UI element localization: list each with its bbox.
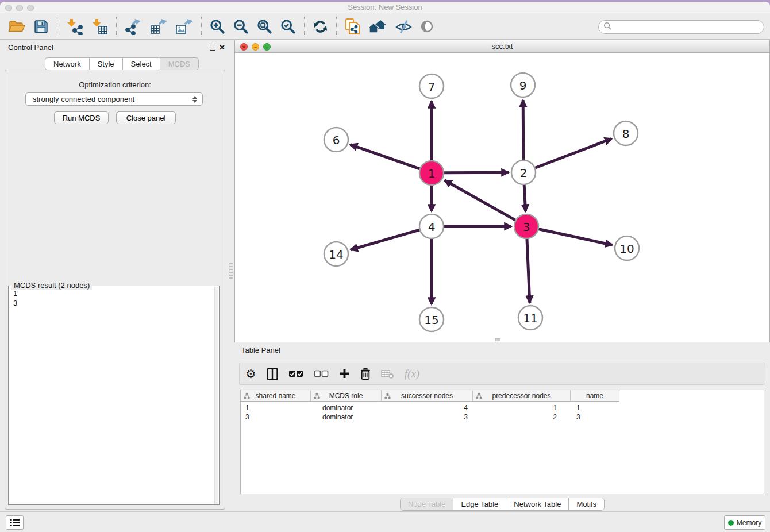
column-header-successor-nodes[interactable]: successor nodes — [382, 390, 473, 402]
table-row[interactable]: 3 dominator 3 2 3 — [241, 413, 619, 422]
graph-node-label-3: 3 — [523, 220, 530, 234]
graph-edge-3-10[interactable] — [538, 229, 613, 245]
graph-edge-2-9[interactable] — [523, 100, 523, 160]
run-mcds-button[interactable]: Run MCDS — [54, 111, 109, 124]
cell-mcds-role[interactable]: dominator — [311, 403, 382, 413]
graph-node-label-15: 15 — [424, 313, 438, 327]
control-panel: Control Panel ✕ Network Style Select MCD… — [0, 40, 230, 513]
import-network-icon[interactable] — [61, 15, 87, 38]
column-header-mcds-role[interactable]: MCDS role — [311, 390, 382, 402]
save-session-icon[interactable] — [29, 15, 53, 38]
criterion-value: strongly connected component — [33, 95, 134, 103]
graph-node-label-2: 2 — [520, 166, 528, 180]
network-canvas[interactable]: 1234678910111415 — [235, 53, 769, 342]
column-header-shared-name[interactable]: shared name — [241, 390, 311, 402]
toolbar-separator — [116, 17, 117, 36]
hierarchy-icon — [476, 392, 482, 401]
tab-node-table[interactable]: Node Table — [401, 498, 454, 510]
hierarchy-icon — [384, 392, 391, 401]
close-panel-button[interactable]: Close panel — [116, 111, 176, 124]
graph-node-label-11: 11 — [523, 311, 537, 325]
select-stepper-icon — [191, 95, 199, 104]
memory-label: Memory — [737, 519, 761, 527]
mcds-result-scrollbar[interactable] — [214, 287, 218, 504]
graph-edge-2-8[interactable] — [535, 138, 612, 168]
mcds-result-group: MCDS result (2 nodes) 1 3 — [8, 286, 220, 505]
apply-layout-icon[interactable] — [309, 15, 332, 38]
control-panel-close-icon[interactable]: ✕ — [219, 43, 225, 52]
render-detail-sphere-icon[interactable] — [416, 15, 438, 38]
graph-node-label-10: 10 — [619, 242, 634, 256]
show-columns-icon[interactable] — [267, 365, 278, 383]
delete-column-trash-icon[interactable] — [360, 365, 371, 383]
graph-edge-4-14[interactable] — [351, 230, 420, 250]
tab-network-table[interactable]: Network Table — [506, 498, 569, 510]
graph-edge-3-11[interactable] — [527, 238, 530, 303]
export-table-icon[interactable] — [146, 15, 171, 38]
graph-edge-1-2[interactable] — [444, 172, 509, 173]
list-icon — [10, 518, 20, 527]
hierarchy-icon — [314, 392, 320, 401]
delete-table-icon — [381, 365, 394, 383]
zoom-out-icon[interactable] — [229, 15, 253, 38]
clone-network-icon[interactable] — [341, 15, 364, 38]
canvas-resize-grip[interactable] — [495, 338, 500, 341]
graph-node-label-9: 9 — [519, 79, 527, 92]
column-header-predecessor-nodes[interactable]: predecessor nodes — [473, 390, 571, 402]
window-title: Session: New Session — [0, 3, 770, 11]
main-toolbar — [0, 14, 770, 40]
search-input[interactable] — [598, 20, 764, 34]
cell-predecessor-nodes[interactable]: 2 — [473, 413, 571, 422]
graph-node-label-4: 4 — [428, 220, 436, 234]
tab-network[interactable]: Network — [45, 57, 89, 70]
network-view-window: × − + scc.txt 1234678910111415 — [234, 40, 770, 342]
table-panel-tabs: Node Table Edge Table Network Table Moti… — [234, 498, 770, 511]
panel-divider-grip[interactable] — [229, 263, 233, 280]
control-panel-float-icon[interactable] — [210, 45, 215, 51]
tab-select[interactable]: Select — [122, 57, 160, 70]
zoom-selected-icon[interactable] — [276, 15, 300, 38]
network-window-titlebar[interactable]: × − + scc.txt — [235, 40, 769, 53]
tab-mcds[interactable]: MCDS — [160, 57, 199, 70]
export-network-icon[interactable] — [121, 15, 146, 38]
function-builder-icon: f(x) — [405, 365, 419, 383]
memory-button[interactable]: Memory — [724, 515, 765, 530]
table-panel-title: Table Panel — [241, 346, 280, 354]
column-header-name[interactable]: name — [571, 390, 619, 402]
cell-shared-name[interactable]: 3 — [241, 413, 311, 422]
network-window-title: scc.txt — [235, 42, 769, 51]
memory-status-dot — [728, 520, 734, 526]
first-neighbors-houses-icon[interactable] — [364, 15, 391, 38]
cell-name[interactable]: 1 — [571, 403, 619, 413]
tab-motifs[interactable]: Motifs — [569, 498, 604, 510]
table-toolbar: ⚙ f(x) — [239, 363, 765, 385]
cell-successor-nodes[interactable]: 3 — [382, 413, 473, 422]
settings-gear-icon[interactable]: ⚙ — [245, 365, 256, 383]
cell-successor-nodes[interactable]: 4 — [382, 403, 473, 413]
zoom-in-icon[interactable] — [206, 15, 229, 38]
export-image-icon[interactable] — [171, 15, 197, 38]
graph-edge-1-6[interactable] — [351, 145, 421, 169]
hide-selected-eye-slash-icon[interactable] — [391, 15, 416, 38]
status-bar: Memory — [0, 511, 770, 532]
cell-predecessor-nodes[interactable]: 1 — [473, 403, 571, 413]
mcds-result-text[interactable]: 1 3 — [9, 287, 214, 504]
optimization-criterion-select[interactable]: strongly connected component — [25, 92, 203, 106]
import-table-icon[interactable] — [87, 15, 112, 38]
graph-edge-3-1[interactable] — [445, 180, 516, 221]
add-column-icon[interactable] — [339, 365, 350, 383]
node-table-header: shared name MCDS role successor nodes pr… — [241, 390, 619, 402]
select-all-checkboxes-icon[interactable] — [288, 365, 303, 383]
table-row[interactable]: 1 dominator 4 1 1 — [241, 403, 619, 413]
cell-name[interactable]: 3 — [571, 413, 619, 422]
cell-mcds-role[interactable]: dominator — [311, 413, 382, 422]
tab-edge-table[interactable]: Edge Table — [453, 498, 506, 510]
control-panel-tabs: Network Style Select MCDS — [45, 57, 199, 70]
task-history-button[interactable] — [6, 515, 24, 530]
cell-shared-name[interactable]: 1 — [241, 403, 311, 413]
zoom-fit-icon[interactable] — [253, 15, 276, 38]
tab-style[interactable]: Style — [89, 57, 122, 70]
graph-edge-2-3[interactable] — [524, 184, 526, 211]
deselect-all-checkboxes-icon[interactable] — [314, 365, 329, 383]
open-file-icon[interactable] — [4, 15, 29, 38]
